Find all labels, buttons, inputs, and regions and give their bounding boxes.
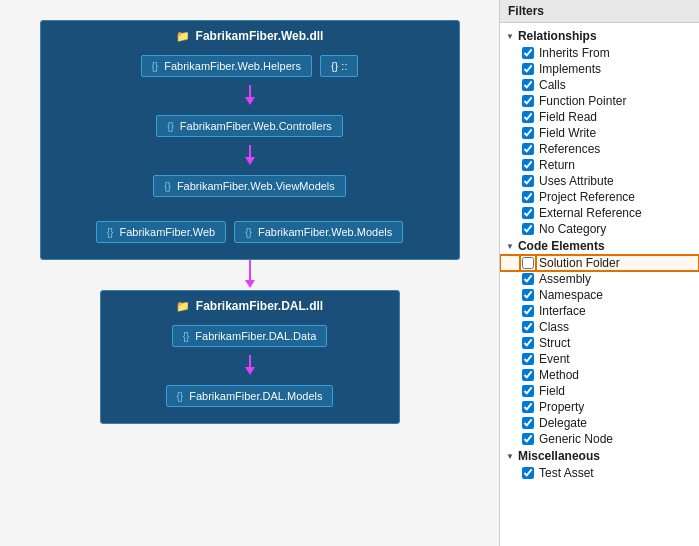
cb-implements[interactable] (522, 63, 534, 75)
cb-return[interactable] (522, 159, 534, 171)
label-field: Field (539, 384, 565, 398)
label-method: Method (539, 368, 579, 382)
web-dll-box: 📁 FabrikamFiber.Web.dll {} FabrikamFiber… (40, 20, 460, 260)
ns-dal-row-2: {} FabrikamFiber.DAL.Models (109, 381, 391, 411)
ns-controllers[interactable]: {} FabrikamFiber.Web.Controllers (156, 115, 343, 137)
miscellaneous-section-header[interactable]: ▼ Miscellaneous (500, 447, 699, 465)
ns-dal-models[interactable]: {} FabrikamFiber.DAL.Models (166, 385, 334, 407)
filter-delegate[interactable]: Delegate (500, 415, 699, 431)
cb-method[interactable] (522, 369, 534, 381)
filter-method[interactable]: Method (500, 367, 699, 383)
cb-calls[interactable] (522, 79, 534, 91)
filter-assembly[interactable]: Assembly (500, 271, 699, 287)
label-field-write: Field Write (539, 126, 596, 140)
ns-icon-2: {} (167, 121, 174, 132)
code-elements-label: Code Elements (518, 239, 605, 253)
ns-viewmodels[interactable]: {} FabrikamFiber.Web.ViewModels (153, 175, 346, 197)
label-class: Class (539, 320, 569, 334)
filter-references[interactable]: References (500, 141, 699, 157)
filter-namespace[interactable]: Namespace (500, 287, 699, 303)
label-external-reference: External Reference (539, 206, 642, 220)
filter-solution-folder[interactable]: Solution Folder (500, 255, 699, 271)
ns-row-2: {} FabrikamFiber.Web.Controllers (49, 111, 451, 141)
filter-test-asset[interactable]: Test Asset (500, 465, 699, 481)
relationships-section-header[interactable]: ▼ Relationships (500, 27, 699, 45)
filter-field-read[interactable]: Field Read (500, 109, 699, 125)
cb-no-category[interactable] (522, 223, 534, 235)
cb-references[interactable] (522, 143, 534, 155)
label-generic-node: Generic Node (539, 432, 613, 446)
filter-project-reference[interactable]: Project Reference (500, 189, 699, 205)
label-solution-folder: Solution Folder (539, 256, 620, 270)
cb-generic-node[interactable] (522, 433, 534, 445)
label-event: Event (539, 352, 570, 366)
filter-interface[interactable]: Interface (500, 303, 699, 319)
cb-project-reference[interactable] (522, 191, 534, 203)
cb-solution-folder[interactable] (522, 257, 534, 269)
label-inherits-from: Inherits From (539, 46, 610, 60)
diagram-panel: 📁 FabrikamFiber.Web.dll {} FabrikamFiber… (0, 0, 499, 546)
filter-struct[interactable]: Struct (500, 335, 699, 351)
ns-icon-3: {} (164, 181, 171, 192)
filter-external-reference[interactable]: External Reference (500, 205, 699, 221)
dal-arrow (109, 355, 391, 377)
filter-property[interactable]: Property (500, 399, 699, 415)
misc-triangle: ▼ (506, 452, 514, 461)
cb-function-pointer[interactable] (522, 95, 534, 107)
ns-icon-5: {} (245, 227, 252, 238)
filter-inherits-from[interactable]: Inherits From (500, 45, 699, 61)
svg-marker-3 (245, 157, 255, 165)
cb-field-write[interactable] (522, 127, 534, 139)
cb-class[interactable] (522, 321, 534, 333)
filter-function-pointer[interactable]: Function Pointer (500, 93, 699, 109)
ns-helpers[interactable]: {} FabrikamFiber.Web.Helpers (141, 55, 312, 77)
cb-field[interactable] (522, 385, 534, 397)
ns-webmodels[interactable]: {} FabrikamFiber.Web.Models (234, 221, 403, 243)
label-interface: Interface (539, 304, 586, 318)
svg-marker-1 (245, 97, 255, 105)
diagram-area: 📁 FabrikamFiber.Web.dll {} FabrikamFiber… (0, 0, 499, 546)
label-test-asset: Test Asset (539, 466, 594, 480)
filter-no-category[interactable]: No Category (500, 221, 699, 237)
cb-interface[interactable] (522, 305, 534, 317)
filter-event[interactable]: Event (500, 351, 699, 367)
label-function-pointer: Function Pointer (539, 94, 626, 108)
cb-inherits-from[interactable] (522, 47, 534, 59)
filter-field-write[interactable]: Field Write (500, 125, 699, 141)
filters-panel: Filters ▼ Relationships Inherits From Im… (499, 0, 699, 546)
ns-web[interactable]: {} FabrikamFiber.Web (96, 221, 226, 243)
cb-struct[interactable] (522, 337, 534, 349)
cb-event[interactable] (522, 353, 534, 365)
cb-delegate[interactable] (522, 417, 534, 429)
label-delegate: Delegate (539, 416, 587, 430)
ns-icon-dal-2: {} (177, 391, 184, 402)
ns-icon: {} (152, 61, 159, 72)
filter-generic-node[interactable]: Generic Node (500, 431, 699, 447)
label-implements: Implements (539, 62, 601, 76)
svg-marker-5 (245, 280, 255, 288)
relationships-triangle: ▼ (506, 32, 514, 41)
filter-class[interactable]: Class (500, 319, 699, 335)
cb-namespace[interactable] (522, 289, 534, 301)
label-references: References (539, 142, 600, 156)
label-no-category: No Category (539, 222, 606, 236)
ns-dal-data[interactable]: {} FabrikamFiber.DAL.Data (172, 325, 328, 347)
filter-implements[interactable]: Implements (500, 61, 699, 77)
cb-property[interactable] (522, 401, 534, 413)
cb-field-read[interactable] (522, 111, 534, 123)
label-field-read: Field Read (539, 110, 597, 124)
filter-uses-attribute[interactable]: Uses Attribute (500, 173, 699, 189)
cb-assembly[interactable] (522, 273, 534, 285)
code-elements-triangle: ▼ (506, 242, 514, 251)
ns-row-3: {} FabrikamFiber.Web.ViewModels (49, 171, 451, 201)
cb-uses-attribute[interactable] (522, 175, 534, 187)
code-elements-section-header[interactable]: ▼ Code Elements (500, 237, 699, 255)
filter-calls[interactable]: Calls (500, 77, 699, 93)
label-project-reference: Project Reference (539, 190, 635, 204)
cb-test-asset[interactable] (522, 467, 534, 479)
filter-field[interactable]: Field (500, 383, 699, 399)
cb-external-reference[interactable] (522, 207, 534, 219)
ns-shorthand[interactable]: {} :: (320, 55, 359, 77)
filter-return[interactable]: Return (500, 157, 699, 173)
arrow-1 (49, 85, 451, 107)
